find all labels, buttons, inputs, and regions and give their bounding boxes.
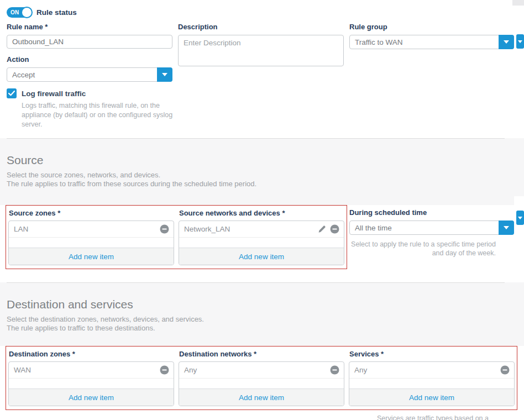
destination-header-band: Destination and services Select the dest…: [0, 282, 524, 346]
source-networks-listbox: Network_LAN Add new item: [179, 221, 344, 265]
destination-zones-listbox: WAN Add new item: [8, 361, 174, 406]
section-divider: [7, 138, 505, 139]
source-validation-highlight: Source zones * LAN Add new item Source n…: [6, 205, 347, 269]
schedule-label: During scheduled time: [349, 208, 514, 217]
destination-section-title: Destination and services: [7, 298, 524, 311]
form-col-3: Rule group Traffic to WAN: [349, 23, 514, 129]
triangle-glyph: [504, 226, 509, 229]
source-desc-line2: The rule applies to traffic from these s…: [7, 180, 524, 188]
description-label: Description: [178, 23, 344, 31]
log-firewall-traffic-checkbox[interactable]: [7, 88, 17, 98]
action-label: Action: [7, 55, 172, 64]
add-new-item-button[interactable]: Add new item: [9, 248, 174, 265]
destination-row-band: Destination zones * WAN Add new item Des…: [0, 346, 524, 420]
form-col-1: Rule name * Action Accept Log firewall t…: [7, 23, 172, 129]
log-firewall-traffic-help: Logs traffic, matching this firewall rul…: [22, 101, 181, 129]
destination-networks-field: Destination networks * Any Add new item: [179, 349, 344, 406]
list-item-text: Any: [354, 366, 367, 374]
services-field: Services * Any Add new item: [349, 349, 515, 406]
destination-networks-label: Destination networks *: [179, 350, 344, 358]
scrollbar-remnant: [512, 0, 524, 6]
rule-form-grid: Rule name * Action Accept Log firewall t…: [7, 23, 524, 129]
form-col-2: Description: [178, 23, 344, 129]
check-icon: [8, 91, 15, 96]
triangle-glyph: [162, 73, 167, 76]
toggle-on-text: ON: [11, 9, 19, 15]
action-select-value: Accept: [12, 71, 35, 79]
schedule-select[interactable]: All the time: [349, 221, 514, 235]
right-edge-strip: [514, 196, 524, 267]
services-label: Services *: [349, 350, 515, 358]
cutoff-dropdown-button[interactable]: [516, 211, 524, 225]
rule-settings-panel: ON Rule status Rule name * Action Accept…: [0, 0, 524, 129]
list-item-text: Network_LAN: [184, 225, 230, 233]
rule-status-row: ON Rule status: [0, 0, 524, 18]
services-help: Services are traffic types based on a co…: [354, 414, 512, 420]
rule-group-label: Rule group: [349, 23, 514, 31]
list-item-text: LAN: [14, 225, 28, 233]
schedule-help-line2: and day of the week.: [349, 249, 496, 258]
destination-networks-listbox: Any Add new item: [179, 361, 344, 406]
add-new-item-button[interactable]: Add new item: [9, 389, 174, 406]
destination-desc-line2: The rule applies to traffic to these des…: [7, 324, 524, 333]
remove-icon[interactable]: [330, 365, 339, 375]
add-new-item-button[interactable]: Add new item: [179, 389, 344, 406]
source-zones-listbox: LAN Add new item: [8, 221, 174, 265]
source-networks-field: Source networks and devices * Network_LA…: [179, 208, 344, 265]
chevron-down-icon[interactable]: [499, 221, 514, 235]
source-section-title: Source: [7, 154, 524, 167]
services-listbox: Any Add new item: [349, 361, 515, 406]
log-firewall-traffic-label: Log firewall traffic: [22, 90, 86, 98]
triangle-glyph: [518, 40, 522, 43]
source-desc-line1: Select the source zones, networks, and d…: [7, 171, 524, 180]
source-header-band: Source Select the source zones, networks…: [0, 138, 524, 205]
list-item-text: Any: [184, 366, 197, 374]
rule-group-select[interactable]: Traffic to WAN: [349, 35, 514, 49]
remove-icon[interactable]: [160, 365, 169, 375]
destination-validation-highlight: Destination zones * WAN Add new item Des…: [6, 346, 517, 410]
list-item: WAN: [9, 362, 174, 379]
source-zones-label: Source zones *: [9, 209, 174, 217]
rule-group-select-value: Traffic to WAN: [355, 38, 403, 46]
edit-icon[interactable]: [317, 225, 326, 234]
list-item: Any: [349, 362, 514, 379]
cutoff-dropdown-button[interactable]: [516, 34, 524, 49]
list-item: LAN: [9, 221, 174, 238]
schedule-help: Select to apply the rule to a specific t…: [349, 240, 514, 258]
schedule-help-line1: Select to apply the rule to a specific t…: [349, 240, 496, 249]
remove-icon[interactable]: [500, 365, 510, 375]
source-row-band: Source zones * LAN Add new item Source n…: [0, 205, 524, 276]
toggle-knob-icon: [21, 7, 33, 18]
destination-zones-label: Destination zones *: [9, 350, 174, 358]
action-select[interactable]: Accept: [7, 67, 172, 82]
triangle-glyph: [504, 40, 509, 44]
destination-zones-field: Destination zones * WAN Add new item: [8, 349, 174, 406]
remove-icon[interactable]: [160, 224, 169, 234]
list-item: Network_LAN: [179, 221, 344, 238]
rule-status-label: Rule status: [36, 8, 77, 17]
schedule-field: During scheduled time All the time Selec…: [349, 205, 514, 269]
destination-desc-line1: Select the destination zones, networks, …: [7, 315, 524, 324]
source-networks-label: Source networks and devices *: [179, 209, 344, 217]
log-traffic-row: Log firewall traffic: [7, 88, 172, 98]
list-item-text: WAN: [14, 366, 31, 374]
rule-name-input[interactable]: [7, 35, 172, 49]
add-new-item-button[interactable]: Add new item: [349, 389, 514, 406]
remove-icon[interactable]: [330, 224, 339, 234]
schedule-select-value: All the time: [355, 224, 392, 232]
source-zones-field: Source zones * LAN Add new item: [8, 208, 174, 265]
add-new-item-button[interactable]: Add new item: [179, 248, 344, 265]
rule-name-label: Rule name *: [7, 23, 172, 31]
triangle-glyph: [518, 217, 522, 219]
rule-status-toggle[interactable]: ON: [7, 7, 32, 18]
chevron-down-icon[interactable]: [499, 35, 514, 49]
list-item: Any: [179, 362, 344, 379]
description-textarea[interactable]: [178, 35, 344, 66]
section-divider: [7, 282, 505, 283]
services-help-line1: Services are traffic types based on a: [354, 414, 512, 420]
chevron-down-icon[interactable]: [157, 67, 172, 82]
